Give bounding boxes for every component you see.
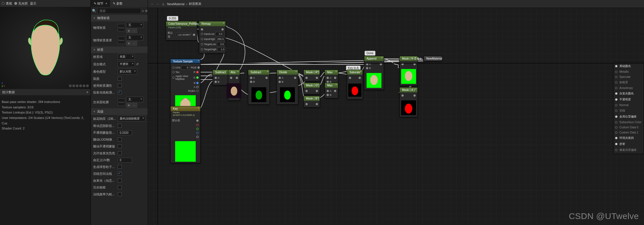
output-pin[interactable]: Specular <box>615 75 641 78</box>
asset-thumbnail[interactable]: None <box>118 37 125 44</box>
section-advanced[interactable]: 高级 <box>91 108 148 115</box>
output-pin[interactable]: 基础颜色 <box>615 64 641 68</box>
asset-dropdown[interactable]: 无 <box>126 35 143 40</box>
node-append[interactable]: Append˅ AB <box>364 56 384 90</box>
node-mask-b[interactable]: Mask ( B )˅ <box>303 96 320 108</box>
comment-done[interactable]: Done <box>365 51 375 56</box>
output-pin[interactable]: Custom Data 1 <box>615 131 641 134</box>
node-newmaterial[interactable]: NewMaterial <box>424 56 442 61</box>
section-material[interactable]: 材质 <box>91 46 148 53</box>
section-physical-material[interactable]: 物理材质 <box>91 15 148 21</box>
use-icon[interactable]: ← <box>132 41 137 46</box>
blend-mode-dropdown[interactable]: 半透明 <box>118 61 135 67</box>
stats-line: User interpolators: 2/4 Scalars (1/4 Vec… <box>2 115 89 126</box>
output-pin[interactable]: Normal <box>615 104 641 107</box>
tab-params[interactable]: ✎ 参数 <box>110 0 125 7</box>
dither-lod-checkbox[interactable] <box>118 137 122 141</box>
node-mask-rgb[interactable]: Mask ( R G B )˅ <box>399 56 418 86</box>
svg-point-12 <box>370 75 378 85</box>
svg-rect-2 <box>175 141 196 162</box>
node-mask-g[interactable]: Mask ( G )˅ <box>303 83 320 94</box>
lit-mode-toggle[interactable]: 无光照 <box>14 1 28 6</box>
output-pin[interactable]: Anisotropy <box>615 86 641 90</box>
asset-dropdown[interactable]: 无 <box>126 97 143 102</box>
custom-uv-field[interactable]: 0 <box>118 158 132 163</box>
asset-thumbnail[interactable]: None <box>118 98 125 106</box>
cast-ray-checkbox[interactable] <box>118 90 122 94</box>
use-attributes-checkbox[interactable] <box>118 84 122 88</box>
node-mask-r[interactable]: Mask ( R )˅ <box>303 70 320 81</box>
dynamic-shadow-checkbox[interactable] <box>118 124 122 128</box>
node-divide[interactable]: Divide˅ A B <box>277 70 298 105</box>
show-menu[interactable]: 显示 <box>30 1 36 6</box>
two-sided-checkbox[interactable] <box>118 77 122 81</box>
use-icon[interactable]: ← <box>132 29 137 33</box>
dither-mask-checkbox[interactable] <box>118 144 122 148</box>
node-max[interactable]: Max˅ AB <box>325 83 338 98</box>
emissive-dynamic-checkbox[interactable] <box>118 179 122 183</box>
output-pin[interactable]: 粗糙度 <box>615 80 641 84</box>
node-mask-a[interactable]: Mask ( A )˅ <box>399 87 418 117</box>
stats-line: Texture samplers: 3/16 <box>2 105 89 110</box>
tangent-space-checkbox[interactable] <box>118 172 122 176</box>
nav-forward[interactable]: → <box>156 2 159 6</box>
close-icon[interactable]: × <box>87 90 88 94</box>
viewport-layouts[interactable] <box>69 84 89 87</box>
default-value-field[interactable]: 116.003807 <box>176 33 192 37</box>
output-pin[interactable]: 环境光遮挡 <box>615 136 641 140</box>
nav-back[interactable]: ← <box>151 2 154 6</box>
shading-model-dropdown[interactable]: 默认光照 <box>118 69 137 74</box>
filter-icon[interactable]: ≡ <box>142 9 144 13</box>
decal-response-dropdown[interactable]: 颜色法线粗糙度 <box>118 116 145 121</box>
browse-icon[interactable]: ⊕ <box>126 41 131 46</box>
output-pin[interactable]: 不透明度 <box>615 98 641 102</box>
reset-icon[interactable]: ↺ <box>136 62 139 66</box>
node-preview <box>175 141 196 162</box>
use-icon[interactable]: ← <box>132 103 137 108</box>
stats-tab[interactable]: 统计数据× <box>0 89 91 95</box>
output-pin[interactable]: Subsurface Color <box>615 121 641 124</box>
node-preview <box>280 86 295 103</box>
node-subtract[interactable]: Subtract˅ A B <box>248 70 270 105</box>
node-remap[interactable]: Remap˅ InputLow0.0 InputHigh255.0 Target… <box>199 21 226 53</box>
stats-line: Base pass vertex shader: 284 instruction… <box>2 99 89 105</box>
opacity-clip-field[interactable]: 0.3333 <box>118 130 132 135</box>
asset-dropdown[interactable]: 无 <box>126 22 143 28</box>
persp-toggle[interactable]: 透视 <box>2 1 12 6</box>
comment-range[interactable]: 0-255 <box>167 16 178 21</box>
home-icon[interactable]: ⌂ <box>162 2 164 6</box>
viewport-3d[interactable]: zy x <box>0 7 91 89</box>
browse-icon[interactable]: ⊕ <box>126 29 131 33</box>
node-preview <box>227 82 241 99</box>
gear-icon[interactable]: ⚙ <box>145 9 148 13</box>
node-saturate[interactable]: Saturate˅ <box>347 70 363 100</box>
material-domain-dropdown[interactable]: 表面 <box>118 54 135 60</box>
svg-point-4 <box>231 87 237 96</box>
axis-gizmo: zy x <box>2 82 5 87</box>
node-preview <box>401 100 416 116</box>
node-preview <box>348 82 361 98</box>
browse-icon[interactable]: ⊕ <box>126 103 131 108</box>
node-colortolerance[interactable]: ColorTolerance_PxRange˅ Param (116) 默认值1… <box>166 21 197 40</box>
tab-details[interactable]: ✎ 细节× <box>91 0 110 7</box>
output-pin[interactable]: 折射 <box>615 142 641 146</box>
output-pin[interactable]: Metallic <box>615 70 641 73</box>
output-pin[interactable]: Custom Data 0 <box>615 126 641 129</box>
material-graph-canvas[interactable]: 0-255 Done Key to A <box>148 8 644 225</box>
close-icon[interactable]: × <box>105 2 107 5</box>
stats-line: Shader Count: 2 <box>2 126 89 131</box>
stats-line: Texture Lookups (Est.): VS(3), PS(1) <box>2 110 89 115</box>
fully-rough-checkbox[interactable] <box>118 185 122 189</box>
output-pin[interactable]: 切线 <box>615 109 641 113</box>
node-abs[interactable]: Abs˅ <box>228 70 240 101</box>
node-key[interactable]: Key˄ Param (0.0437,1.0,0.0282,1) 默认值 <box>170 106 201 163</box>
search-input[interactable] <box>97 8 141 14</box>
breadcrumb[interactable]: NewMaterial›材质图表 <box>167 2 202 6</box>
output-pin[interactable]: 像素深度偏移 <box>615 148 641 152</box>
normal-curvature-checkbox[interactable] <box>118 192 122 196</box>
asset-thumbnail[interactable]: None <box>118 24 125 31</box>
allow-negative-checkbox[interactable] <box>118 151 122 155</box>
gen-particle-checkbox[interactable] <box>118 165 122 169</box>
output-pin[interactable]: 自发光颜色 <box>615 92 641 96</box>
output-pin[interactable]: 全局位置偏移 <box>615 115 641 119</box>
